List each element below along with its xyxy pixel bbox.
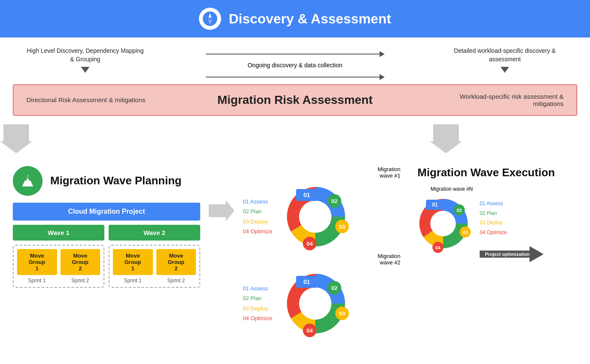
wave1-step-labels: 01 Assess 02 Plan 03 Deploy 04 Optimize <box>243 197 272 237</box>
wave2-mg1: MoveGroup1 Sprint 1 <box>113 249 153 284</box>
wave2-step-plan: 02 Plan <box>243 293 272 303</box>
wave2-group: MoveGroup1 Sprint 1 MoveGroup2 Sprint 2 <box>109 245 200 288</box>
wave1-mg1-box: MoveGroup1 <box>17 249 57 275</box>
svg-text:02: 02 <box>331 198 337 204</box>
wave2-mg2: MoveGroup2 Sprint 2 <box>156 249 196 284</box>
wave2-groups-inner: MoveGroup1 Sprint 1 MoveGroup2 Sprint 2 <box>113 249 196 284</box>
arrow-right-2-icon <box>380 74 385 80</box>
compass-icon <box>199 8 221 30</box>
wave1-mg2-sprint: Sprint 2 <box>72 278 89 284</box>
wave1-groups-inner: MoveGroup1 Sprint 1 MoveGroup2 Sprint 2 <box>17 249 100 284</box>
exec-right-col: 01 Assess 02 Plan 03 Deploy 04 Optimize … <box>480 186 544 262</box>
wave2-step-deploy: 03 Deploy <box>243 304 272 313</box>
header-title: Discovery & Assessment <box>229 11 391 27</box>
wave2-step-assess: 01 Assess <box>243 284 272 293</box>
discovery-right-text: Detailed workload-specific discovery & a… <box>445 47 564 63</box>
wave2-mg2-box: MoveGroup2 <box>156 249 196 275</box>
left-panel: Migration Wave Planning Cloud Migration … <box>13 166 200 288</box>
wave1-donut: 01 02 03 04 <box>279 181 351 253</box>
discovery-left: High Level Discovery, Dependency Mapping… <box>26 47 145 73</box>
exec-wave-n-donut: 01 02 03 04 <box>413 194 473 253</box>
svg-point-25 <box>430 211 456 236</box>
discovery-left-text: High Level Discovery, Dependency Mapping… <box>26 47 145 63</box>
svg-point-16 <box>299 287 331 320</box>
svg-text:02: 02 <box>457 208 462 213</box>
wave2-mg2-sprint: Sprint 2 <box>167 278 185 284</box>
wave2-mg1-sprint: Sprint 1 <box>124 278 141 284</box>
svg-text:03: 03 <box>463 230 468 235</box>
wave1-group: MoveGroup1 Sprint 1 MoveGroup2 Sprint 2 <box>13 245 104 288</box>
big-arrow-right <box>430 124 462 153</box>
exec-step-labels: 01 Assess 02 Plan 03 Deploy 04 Optimize <box>480 199 544 238</box>
wave2-donut: 01 02 03 04 <box>279 267 351 340</box>
svg-text:04: 04 <box>307 241 313 247</box>
main-content: Migration Wave Planning Cloud Migration … <box>0 162 590 348</box>
wave-n-label: Migration wave #N <box>413 186 473 192</box>
svg-text:04: 04 <box>307 327 313 334</box>
risk-center-text: Migration Risk Assessment <box>146 93 444 107</box>
cloud-project-bar: Cloud Migration Project <box>13 203 200 221</box>
waves-row: Wave 1 Wave 2 <box>13 225 200 241</box>
wave2-box: Wave 2 <box>109 225 200 241</box>
arrow-right-icon <box>380 51 385 57</box>
wave1-mg1: MoveGroup1 Sprint 1 <box>17 249 57 284</box>
exec-step-plan: 02 Plan <box>480 209 544 218</box>
down-arrow-right <box>501 67 509 73</box>
exec-wave-n-row: Migration wave #N 01 02 03 <box>413 186 577 262</box>
svg-text:01: 01 <box>304 278 311 285</box>
right-panel: Migration Wave Execution Migration wave … <box>413 166 577 262</box>
discovery-middle-text: Ongoing discovery & data collection <box>248 61 342 70</box>
discovery-row: High Level Discovery, Dependency Mapping… <box>0 37 590 84</box>
wave1-step-optimize: 04 Optimize <box>243 226 272 236</box>
risk-right-text: Workload-specific risk assessment & miti… <box>444 93 564 107</box>
wave2-step-labels: 01 Assess 02 Plan 03 Deploy 04 Optimize <box>243 284 272 324</box>
mwp-title: Migration Wave Planning <box>50 174 181 187</box>
wave1-donut-row: 01 Assess 02 Plan 03 Deploy 04 Optimize <box>243 181 405 253</box>
svg-text:03: 03 <box>339 310 345 317</box>
wave2-label: Migrationwave #2 <box>243 253 400 266</box>
discovery-middle: Ongoing discovery & data collection <box>145 47 445 80</box>
header-bar: Discovery & Assessment <box>0 0 590 37</box>
exec-step-assess: 01 Assess <box>480 199 544 209</box>
svg-text:01: 01 <box>432 202 438 208</box>
middle-panel: Migrationwave #1 01 Assess 02 Plan 03 De… <box>243 166 405 344</box>
svg-point-7 <box>299 201 331 233</box>
risk-assessment-bar: Directional Risk Assessment & mitigation… <box>13 84 577 116</box>
move-groups-container: MoveGroup1 Sprint 1 MoveGroup2 Sprint 2 … <box>13 245 200 288</box>
big-arrow-left <box>0 124 32 153</box>
wave1-mg1-sprint: Sprint 1 <box>28 278 46 284</box>
exec-step-optimize: 04 Optimize <box>480 228 544 238</box>
svg-marker-6 <box>209 200 234 221</box>
mwp-header: Migration Wave Planning <box>13 166 200 196</box>
execution-title: Migration Wave Execution <box>417 166 577 179</box>
wave2-step-optimize: 04 Optimize <box>243 313 272 323</box>
svg-text:01: 01 <box>304 192 311 198</box>
wave1-mg2-box: MoveGroup2 <box>60 249 101 275</box>
risk-left-text: Directional Risk Assessment & mitigation… <box>26 96 146 103</box>
project-optimization-label: Project optimization <box>485 252 530 257</box>
wave2-diagram: Migrationwave #2 01 Assess 02 Plan 03 De… <box>243 253 405 340</box>
wave1-mg2: MoveGroup2 Sprint 2 <box>60 249 101 284</box>
wave1-step-deploy: 03 Deploy <box>243 217 272 226</box>
panel-arrow <box>209 166 234 221</box>
down-arrow-left <box>81 67 89 73</box>
project-opt-arrow: Project optimization <box>480 246 544 262</box>
wave1-step-plan: 02 Plan <box>243 206 272 216</box>
wave2-donut-row: 01 Assess 02 Plan 03 Deploy 04 Optimize … <box>243 267 405 340</box>
discovery-right: Detailed workload-specific discovery & a… <box>445 47 564 73</box>
wave1-box: Wave 1 <box>13 225 104 241</box>
wave1-step-assess: 01 Assess <box>243 197 272 206</box>
exec-step-deploy: 03 Deploy <box>480 218 544 228</box>
big-arrows-section <box>0 120 590 162</box>
wave2-mg1-box: MoveGroup1 <box>113 249 153 275</box>
svg-text:02: 02 <box>331 285 337 291</box>
svg-text:04: 04 <box>435 245 441 250</box>
exec-wave-n-container: Migration wave #N 01 02 03 <box>413 186 473 253</box>
mountain-icon <box>13 166 43 196</box>
wave1-diagram: Migrationwave #1 01 Assess 02 Plan 03 De… <box>243 166 405 253</box>
wave1-label: Migrationwave #1 <box>243 166 400 179</box>
svg-text:03: 03 <box>339 224 345 230</box>
